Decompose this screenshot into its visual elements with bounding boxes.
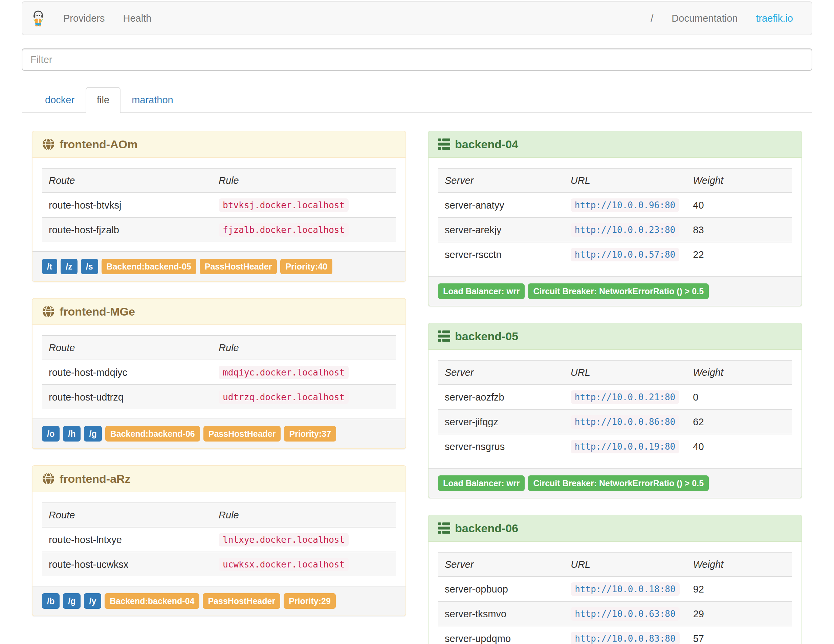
servers-table: Server URL Weight server-anatyy http://1… [438,168,792,267]
table-row: route-host-mdqiyc mdqiyc.docker.localhos… [42,360,396,385]
routes-table: Route Rule route-host-btvksj btvksj.dock… [42,168,396,242]
column-header-server: Server [438,168,564,193]
nav-slash[interactable]: / [642,13,663,24]
column-header-url: URL [564,168,686,193]
backend-title: backend-05 [455,330,518,343]
server-weight: 29 [687,601,792,626]
server-weight: 40 [686,434,792,458]
server-url-code: http://10.0.0.18:80 [571,583,679,596]
table-row: server-anatyy http://10.0.0.96:80 40 [438,193,792,217]
column-header-route: Route [42,335,212,360]
globe-icon [42,472,55,485]
tab-file[interactable]: file [86,87,121,113]
path-label: /z [61,259,77,274]
server-name: server-updqmo [438,626,564,644]
priority-label: Priority:37 [284,426,336,442]
column-header-route: Route [42,503,212,527]
servers-table: Server URL Weight server-aozfzb http://1… [438,360,792,458]
server-name: server-opbuop [438,577,564,601]
route-name: route-host-ucwksx [42,552,212,576]
path-label: /h [63,426,81,442]
column-header-weight: Weight [686,360,792,385]
server-url-code: http://10.0.0.96:80 [571,198,679,212]
server-stack-icon [438,330,450,342]
table-row: server-aozfzb http://10.0.0.21:80 0 [438,385,792,409]
column-header-route: Route [42,168,212,193]
routes-table: Route Rule route-host-mdqiyc mdqiyc.dock… [42,335,396,409]
table-row: route-host-btvksj btvksj.docker.localhos… [42,193,396,217]
backend-card-06: backend-06 Server URL Weight server-opbu… [428,515,802,644]
circuit-breaker-label: Circuit Breaker: NetworkErrorRatio () > … [528,476,709,491]
server-url-code: http://10.0.0.57:80 [571,248,679,261]
route-name: route-host-mdqiyc [42,360,212,385]
globe-icon [42,305,55,318]
path-label: /g [63,593,81,609]
server-url-code: http://10.0.0.86:80 [571,415,679,429]
globe-icon [42,138,55,150]
frontend-title: frontend-AOm [60,138,137,151]
load-balancer-label: Load Balancer: wrr [438,476,525,491]
tab-docker[interactable]: docker [34,87,86,113]
table-row: server-opbuop http://10.0.0.18:80 92 [438,577,792,601]
column-header-rule: Rule [212,503,396,527]
passhostheader-label: PassHostHeader [203,593,280,609]
path-label: /o [42,426,60,442]
server-url-link[interactable]: http://10.0.0.63:80 [575,609,675,619]
servers-table: Server URL Weight server-opbuop http://1… [438,552,792,644]
server-url-link[interactable]: http://10.0.0.86:80 [575,417,675,427]
server-weight: 22 [686,242,792,267]
path-label: /b [42,593,60,609]
backend-label: Backend:backend-05 [102,259,196,274]
server-url-link[interactable]: http://10.0.0.21:80 [575,392,675,402]
column-header-server: Server [438,552,564,577]
server-url-link[interactable]: http://10.0.0.96:80 [575,200,675,210]
server-name: server-arekjy [438,217,564,242]
server-url-link[interactable]: http://10.0.0.83:80 [575,634,675,644]
server-weight: 0 [686,385,792,409]
nav-providers[interactable]: Providers [54,13,114,24]
rule-code: ucwksx.docker.localhost [219,558,349,571]
table-row: server-arekjy http://10.0.0.23:80 83 [438,217,792,242]
server-name: server-nsgrus [438,434,564,458]
tab-marathon[interactable]: marathon [121,87,184,113]
route-name: route-host-fjzalb [42,217,212,242]
backends-column: backend-04 Server URL Weight server-anat… [428,131,802,644]
server-url-link[interactable]: http://10.0.0.57:80 [575,249,675,260]
server-url-link[interactable]: http://10.0.0.18:80 [575,584,675,594]
server-url-code: http://10.0.0.63:80 [571,607,679,621]
server-url-code: http://10.0.0.21:80 [571,390,679,404]
server-weight: 62 [686,409,792,434]
server-weight: 40 [686,193,792,217]
server-name: server-rscctn [438,242,564,267]
server-weight: 57 [687,626,792,644]
table-row: server-rscctn http://10.0.0.57:80 22 [438,242,792,267]
path-label: /t [42,259,57,274]
column-header-weight: Weight [687,552,792,577]
nav-documentation[interactable]: Documentation [663,13,747,24]
backend-label: Backend:backend-06 [105,426,200,442]
column-header-rule: Rule [212,168,396,193]
server-url-link[interactable]: http://10.0.0.19:80 [575,442,675,452]
traefik-logo-icon[interactable] [32,10,45,26]
table-row: route-host-udtrzq udtrzq.docker.localhos… [42,385,396,409]
frontend-title: frontend-aRz [60,472,131,485]
filter-input[interactable] [22,49,812,71]
table-row: route-host-ucwksx ucwksx.docker.localhos… [42,552,396,576]
backend-label: Backend:backend-04 [105,593,199,609]
server-name: server-anatyy [438,193,564,217]
server-weight: 92 [687,577,792,601]
frontends-column: frontend-AOm Route Rule route-host-btvks… [32,131,406,633]
backend-card-04: backend-04 Server URL Weight server-anat… [428,131,802,306]
server-url-link[interactable]: http://10.0.0.23:80 [575,225,675,235]
column-header-weight: Weight [686,168,792,193]
table-row: route-host-fjzalb fjzalb.docker.localhos… [42,217,396,242]
rule-code: udtrzq.docker.localhost [219,390,349,404]
frontend-card-MGe: frontend-MGe Route Rule route-host-mdqiy… [32,298,406,449]
rule-code: fjzalb.docker.localhost [219,223,349,237]
server-url-code: http://10.0.0.23:80 [571,223,679,237]
navbar: Providers Health / Documentation traefik… [22,2,812,35]
route-name: route-host-lntxye [42,527,212,552]
nav-traefik-io[interactable]: traefik.io [747,13,802,24]
nav-health[interactable]: Health [114,13,161,24]
route-name: route-host-btvksj [42,193,212,217]
